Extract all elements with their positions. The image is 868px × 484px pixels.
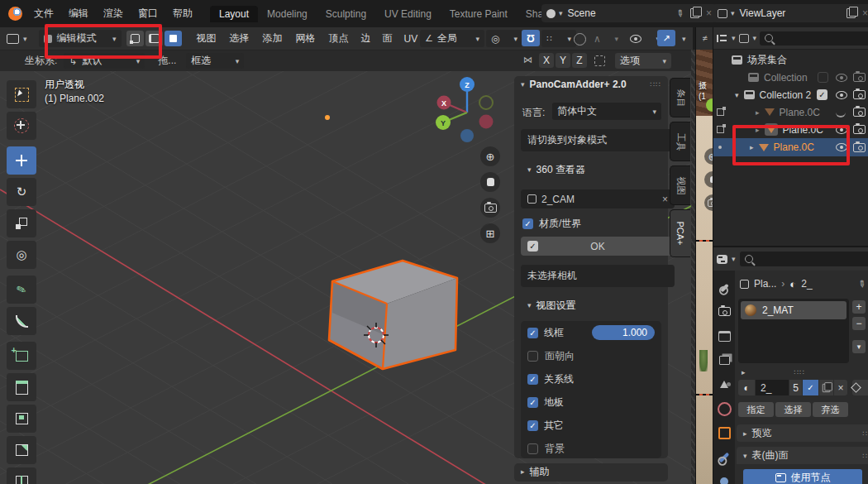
floor-row[interactable]: ✓ 地板	[521, 391, 661, 414]
overlays-chevron-icon[interactable]: ▾	[678, 35, 686, 43]
menu-edge[interactable]: 边	[355, 31, 377, 46]
remove-slot-button[interactable]: −	[852, 317, 866, 330]
pan-button[interactable]	[480, 172, 500, 192]
others-row[interactable]: ✓ 其它	[521, 414, 661, 437]
add-cube-tool[interactable]: +	[7, 342, 36, 370]
deselect-button[interactable]: 弃选	[813, 402, 848, 417]
copy-material-button[interactable]	[819, 380, 833, 395]
camera-icon[interactable]	[853, 125, 866, 134]
menu-add[interactable]: 添加	[256, 31, 289, 46]
cursor-tool[interactable]	[7, 112, 36, 140]
outliner-display-mode-button[interactable]: ▾	[739, 34, 757, 43]
eye-closed-icon[interactable]	[836, 110, 846, 117]
add-slot-button[interactable]: +	[852, 300, 866, 314]
scale-tool[interactable]	[7, 209, 36, 237]
snap-target-icon[interactable]	[594, 55, 605, 66]
preview-header[interactable]: ≠	[696, 27, 713, 50]
mirror-x-button[interactable]: X	[539, 53, 554, 68]
material-world-row[interactable]: ✓ 材质/世界	[522, 217, 581, 231]
tab-sculpting[interactable]: Sculpting	[317, 6, 375, 22]
ok-button[interactable]: ✓ OK	[521, 237, 675, 256]
orientation-dropdown[interactable]: ∠ 全局 ▾	[420, 30, 484, 47]
checkbox-checked-icon[interactable]: ✓	[527, 328, 538, 338]
viewer-section-header[interactable]: ▾ 360 查看器	[521, 161, 592, 178]
snap-with-dropdown[interactable]: ∷ ▾	[541, 30, 576, 47]
outliner-row-collection2[interactable]: ▾ Collection 2 ✓	[713, 86, 868, 103]
camera-icon[interactable]	[853, 108, 866, 117]
orientation-gizmo[interactable]: Z X Y	[433, 73, 503, 142]
mirror-z-button[interactable]: Z	[572, 53, 587, 68]
breadcrumb-material[interactable]: 2_	[801, 278, 812, 290]
loop-cut-tool[interactable]	[7, 467, 36, 484]
select-box-tool[interactable]	[7, 80, 36, 108]
tab-layout[interactable]: Layout	[210, 6, 258, 22]
select-button[interactable]: 选择	[775, 402, 811, 417]
camera-icon[interactable]	[853, 143, 866, 152]
viewlayer-selector[interactable]: ▾ ViewLayer ×	[713, 4, 868, 22]
surface-panel-header[interactable]: ▾ 表(曲)面 ∷∷	[737, 447, 868, 464]
snap-toggle-button[interactable]: Ω	[522, 30, 540, 46]
extrude-region-tool[interactable]	[7, 373, 36, 401]
language-dropdown[interactable]: 简体中文 ▾	[552, 103, 661, 120]
menu-render[interactable]: 渲染	[96, 7, 131, 21]
properties-search-input[interactable]	[740, 252, 868, 266]
outliner-filter-button[interactable]: ▾	[717, 34, 736, 42]
pin-icon[interactable]: ✎	[674, 7, 686, 20]
camera-view-button[interactable]	[480, 198, 500, 218]
tab-scene[interactable]	[713, 374, 735, 395]
show-gizmo-button[interactable]: ↗	[657, 30, 675, 46]
wireframe-slider[interactable]: 1.000	[592, 325, 655, 340]
eye-icon[interactable]	[836, 91, 847, 99]
use-nodes-button[interactable]: 使用节点	[743, 469, 862, 484]
tab-view-layer[interactable]	[713, 350, 735, 371]
outliner-search-input[interactable]	[760, 31, 868, 46]
close-icon[interactable]: ×	[706, 7, 712, 19]
camera-object-field[interactable]: 2_CAM ×	[521, 189, 675, 208]
menu-window[interactable]: 窗口	[131, 7, 165, 21]
outliner-row-scene-collection[interactable]: 场景集合	[713, 51, 868, 69]
material-slot-row[interactable]: 2_MAT	[741, 301, 847, 319]
inset-faces-tool[interactable]	[7, 405, 36, 433]
background-row[interactable]: 背景	[521, 437, 661, 460]
assign-button[interactable]: 指定	[738, 402, 774, 417]
outliner-row-collection[interactable]: Collection	[713, 69, 868, 86]
users-count-button[interactable]: 5	[789, 380, 802, 395]
transform-tool[interactable]: ◎	[7, 241, 36, 269]
expand-icon[interactable]: ▸	[756, 108, 760, 117]
exclude-checkbox[interactable]	[818, 72, 828, 83]
pin-icon[interactable]: ✎	[856, 277, 868, 290]
expand-icon[interactable]: ▾	[735, 91, 739, 99]
checkbox-unchecked-icon[interactable]	[527, 443, 538, 454]
tab-uv-editing[interactable]: UV Editing	[375, 6, 441, 22]
menu-mesh[interactable]: 网格	[289, 31, 322, 46]
panel-header[interactable]: ▾ PanoCamAdder+ 2.0 ∷∷	[514, 76, 668, 93]
checkbox-checked-icon[interactable]: ✓	[522, 218, 533, 229]
measure-tool[interactable]	[7, 307, 36, 335]
menu-view[interactable]: 视图	[190, 31, 223, 46]
menu-vertex[interactable]: 顶点	[322, 31, 355, 46]
tab-modifiers[interactable]	[713, 447, 735, 467]
drag-handle[interactable]: ∷∷	[863, 429, 868, 438]
new-scene-copy-icon[interactable]	[690, 8, 699, 18]
annotate-tool[interactable]: ✎	[7, 276, 36, 304]
exclude-checkbox[interactable]: ✓	[817, 89, 827, 100]
relationship-lines-row[interactable]: ✓ 关系线	[521, 367, 661, 391]
face-select-button[interactable]	[165, 31, 182, 46]
tab-texture-paint[interactable]: Texture Paint	[441, 6, 517, 22]
unlink-material-button[interactable]: ×	[834, 380, 847, 395]
drag-handle[interactable]: ∷∷	[863, 452, 868, 460]
eye-icon[interactable]	[836, 74, 847, 82]
outliner-row-plane-1[interactable]: ▸ Plane.0C	[713, 103, 868, 121]
camera-icon[interactable]	[853, 73, 866, 82]
scene-selector[interactable]: ▾ Scene ✎ ×	[541, 4, 717, 22]
npanel-tab-pca[interactable]: PCA+	[670, 209, 690, 257]
npanel-tab-tool[interactable]: 工具	[670, 122, 690, 161]
slot-specials-button[interactable]: ▾	[852, 340, 866, 353]
breadcrumb-object[interactable]: Pla...	[754, 278, 776, 290]
aux-panel[interactable]: ▸ 辅助	[514, 463, 668, 482]
face-orientation-row[interactable]: 面朝向	[521, 344, 661, 367]
tab-object[interactable]	[713, 423, 735, 443]
tab-particles[interactable]	[713, 472, 735, 484]
checkbox-unchecked-icon[interactable]	[527, 351, 538, 362]
new-viewlayer-copy-icon[interactable]	[847, 8, 856, 18]
